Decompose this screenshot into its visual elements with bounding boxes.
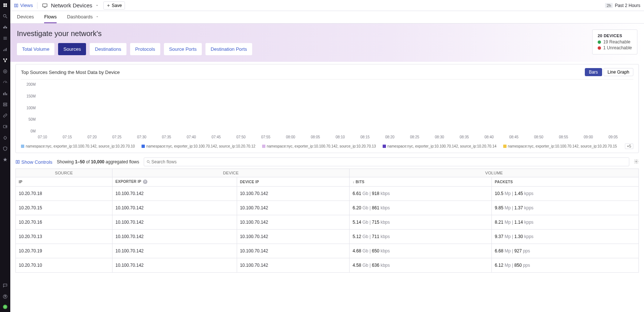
divider: [37, 2, 37, 9]
star-icon[interactable]: [2, 157, 8, 163]
bug-icon[interactable]: [2, 135, 8, 141]
chevron-down-icon: [96, 15, 99, 18]
table-row[interactable]: 10.20.70.1510.100.70.14210.100.70.1426.2…: [16, 201, 639, 215]
table-row[interactable]: 10.20.70.1310.100.70.14210.100.70.1425.1…: [16, 230, 639, 244]
svg-text:?: ?: [4, 295, 6, 298]
col-ip[interactable]: IP: [16, 177, 112, 187]
device-icon: [42, 3, 48, 8]
pill-total-volume[interactable]: Total Volume: [17, 43, 54, 55]
svg-point-37: [147, 160, 149, 163]
pill-source-ports[interactable]: Source Ports: [164, 43, 202, 55]
svg-point-15: [4, 71, 6, 72]
plus-icon: [107, 4, 110, 7]
svg-point-39: [636, 161, 637, 162]
tab-devices[interactable]: Devices: [17, 11, 34, 23]
table-row[interactable]: 10.20.70.1610.100.70.14210.100.70.1425.1…: [16, 215, 639, 230]
chart-icon[interactable]: [2, 46, 8, 52]
servers-icon[interactable]: [2, 102, 8, 107]
page-title-text: Network Devices: [51, 2, 92, 8]
chart-panel: Top Sources Sending the Most Data by Dev…: [15, 64, 639, 153]
legend-item[interactable]: namespace:nyc, exporter_ip:10.100.70.142…: [262, 144, 376, 148]
svg-rect-9: [5, 49, 6, 51]
network-icon[interactable]: [2, 57, 8, 63]
tab-flows[interactable]: Flows: [44, 11, 57, 23]
legend-item[interactable]: namespace:nyc, exporter_ip:10.100.70.142…: [383, 144, 497, 148]
col-exporter[interactable]: EXPORTER IP?: [112, 177, 237, 187]
svg-point-14: [3, 70, 7, 73]
sort-desc-icon: ↓: [353, 180, 354, 184]
help-icon[interactable]: ?: [2, 294, 8, 299]
views-button[interactable]: Views: [14, 3, 33, 8]
legend-item[interactable]: namespace:nyc, exporter_ip:10.100.70.142…: [503, 144, 617, 148]
bars-icon[interactable]: [2, 91, 8, 96]
pill-sources[interactable]: Sources: [58, 43, 86, 55]
chart-type-toggle: Bars Line Graph: [585, 68, 633, 76]
pill-protocols[interactable]: Protocols: [130, 43, 160, 55]
chat-icon[interactable]: [2, 283, 8, 288]
legend-item[interactable]: namespace:nyc, exporter_ip:10.100.70.142…: [21, 144, 135, 148]
search-flows-input[interactable]: [151, 159, 627, 165]
status-dot-green: [598, 40, 601, 44]
results-summary: Showing 1–50 of 10,000 aggregated flows: [57, 159, 139, 164]
show-controls-label: Show Controls: [21, 159, 53, 165]
svg-line-1: [6, 17, 7, 18]
svg-rect-29: [15, 4, 16, 7]
shield-icon[interactable]: [2, 146, 8, 152]
link-icon[interactable]: [2, 113, 8, 118]
wallet-icon[interactable]: [2, 124, 8, 130]
save-label: Save: [112, 3, 122, 8]
stats-unreachable: 1 Unreachable: [598, 45, 632, 50]
pill-destinations[interactable]: Destinations: [90, 43, 126, 55]
col-packets[interactable]: PACKETS: [492, 177, 639, 187]
time-range[interactable]: 2h Past 2 Hours: [605, 3, 640, 8]
speed-icon[interactable]: [2, 79, 8, 85]
svg-point-0: [3, 14, 6, 17]
stats-reachable: 19 Reachable: [598, 39, 632, 45]
page-title-dropdown[interactable]: Network Devices: [42, 2, 99, 8]
search-flows-box[interactable]: [144, 157, 629, 166]
svg-point-3: [6, 27, 7, 29]
logo-icon[interactable]: [2, 2, 8, 8]
svg-rect-20: [3, 103, 7, 104]
left-nav-rail: ?: [0, 0, 10, 312]
table-settings-button[interactable]: [634, 159, 639, 165]
table-row[interactable]: 10.20.70.1810.100.70.14210.100.70.1426.6…: [16, 187, 639, 201]
legend-item[interactable]: namespace:nyc, exporter_ip:10.100.70.142…: [142, 144, 255, 148]
svg-point-24: [4, 136, 6, 139]
chart-bars: [38, 82, 633, 133]
table-row[interactable]: 10.20.70.1910.100.70.14210.100.70.1424.6…: [16, 244, 639, 258]
hero-section: Investigate your network's Total Volume …: [10, 24, 644, 62]
toggle-bars[interactable]: Bars: [585, 68, 602, 76]
chart-y-axis: 200M150M100M50M0M: [21, 82, 36, 133]
col-group-volume: VOLUME: [350, 169, 639, 177]
svg-point-2: [3, 27, 5, 29]
table-row[interactable]: 10.20.70.1010.100.70.14210.100.70.1424.5…: [16, 258, 639, 273]
binoculars-icon[interactable]: [2, 24, 8, 30]
col-group-device: DEVICE: [112, 169, 349, 177]
time-text: Past 2 Hours: [615, 3, 640, 8]
list-icon[interactable]: [2, 35, 8, 41]
search-icon[interactable]: [2, 13, 8, 19]
flows-table: SOURCE DEVICE VOLUME IP EXPORTER IP? DEV…: [15, 169, 639, 273]
status-dot-icon[interactable]: [3, 305, 7, 309]
search-icon: [146, 160, 151, 164]
pill-destination-ports[interactable]: Destination Ports: [205, 43, 252, 55]
save-button[interactable]: Save: [103, 1, 125, 10]
toggle-line[interactable]: Line Graph: [604, 68, 633, 76]
tab-dashboards[interactable]: Dashboards: [67, 11, 99, 23]
col-device-ip[interactable]: DEVICE IP: [237, 177, 350, 187]
col-group-source: SOURCE: [16, 169, 112, 177]
svg-rect-10: [6, 48, 7, 51]
svg-rect-8: [3, 50, 4, 51]
col-bits[interactable]: ↓BITS: [350, 177, 492, 187]
svg-rect-35: [16, 160, 18, 163]
help-icon[interactable]: ?: [143, 180, 147, 184]
tab-dashboards-label: Dashboards: [67, 14, 93, 20]
show-controls-button[interactable]: Show Controls: [15, 159, 53, 165]
hero-heading: Investigate your network's: [17, 29, 252, 38]
svg-rect-4: [4, 26, 6, 27]
target-icon[interactable]: [2, 68, 8, 74]
legend-more[interactable]: +5: [625, 143, 633, 149]
chevron-down-icon: [95, 4, 99, 7]
svg-line-38: [149, 163, 150, 164]
